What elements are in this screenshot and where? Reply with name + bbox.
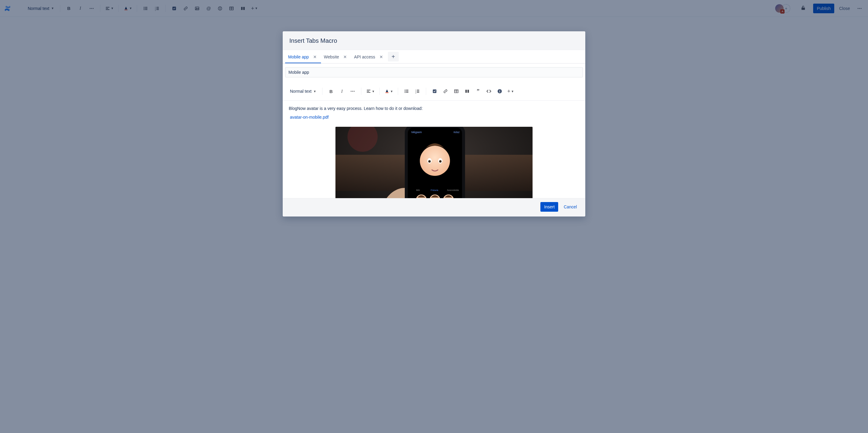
svg-rect-43 <box>406 92 408 93</box>
bold-button[interactable]: B <box>326 87 336 96</box>
action-item-button[interactable] <box>430 87 439 96</box>
svg-rect-34 <box>367 90 370 90</box>
close-tab-icon[interactable]: ✕ <box>312 54 318 60</box>
svg-rect-52 <box>465 90 467 93</box>
svg-point-38 <box>405 90 406 91</box>
insert-button[interactable]: Insert <box>540 202 558 212</box>
svg-rect-55 <box>499 91 500 93</box>
svg-text:Mégsem: Mégsem <box>411 131 422 134</box>
close-tab-icon[interactable]: ✕ <box>342 54 348 60</box>
svg-point-39 <box>405 91 406 92</box>
add-tab-button[interactable]: + <box>388 52 399 61</box>
svg-point-67 <box>428 160 431 163</box>
svg-rect-35 <box>367 91 369 92</box>
numbered-list-button[interactable]: 123 <box>412 87 422 96</box>
chevron-down-icon: ▼ <box>390 90 393 93</box>
tab-mobile-app[interactable]: Mobile app ✕ <box>285 51 321 63</box>
svg-rect-36 <box>367 92 370 93</box>
tab-api-access[interactable]: API access ✕ <box>351 51 387 63</box>
svg-rect-53 <box>467 90 469 93</box>
tab-content-editor[interactable]: BlogNow avatar is a very easy process. L… <box>283 101 585 198</box>
svg-point-31 <box>351 91 352 92</box>
svg-rect-49 <box>417 92 419 93</box>
separator <box>379 88 380 95</box>
tabs-strip: Mobile app ✕ Website ✕ API access ✕ + <box>283 50 585 64</box>
dialog-header: Insert Tabs Macro <box>283 31 585 50</box>
more-formatting-button[interactable] <box>348 87 358 96</box>
embedded-image[interactable]: Mégsem Kész Bőr Frizura Szemöldök <box>336 127 532 198</box>
svg-point-40 <box>405 92 406 93</box>
tab-label: API access <box>354 55 375 59</box>
chevron-down-icon: ▼ <box>313 90 316 93</box>
svg-rect-42 <box>406 91 408 92</box>
chevron-down-icon: ▼ <box>511 90 514 93</box>
svg-text:Szemöldök: Szemöldök <box>447 189 459 192</box>
svg-text:Bőr: Bőr <box>416 189 420 192</box>
tab-website[interactable]: Website ✕ <box>321 51 351 63</box>
tab-content-toolbar: Normal text ▼ B I ▼ ▼ 123 <box>283 82 585 101</box>
cancel-button[interactable]: Cancel <box>561 203 580 211</box>
quote-button[interactable]: ” <box>473 87 483 96</box>
svg-point-56 <box>499 90 500 91</box>
bullet-list-button[interactable] <box>402 87 411 96</box>
info-panel-button[interactable] <box>495 87 504 96</box>
svg-rect-47 <box>417 90 419 90</box>
align-button[interactable]: ▼ <box>365 87 376 96</box>
svg-text:Frizura: Frizura <box>431 189 438 192</box>
svg-rect-48 <box>417 91 419 92</box>
text-style-select[interactable]: Normal text ▼ <box>287 87 318 95</box>
svg-rect-41 <box>406 90 408 90</box>
code-button[interactable] <box>484 87 494 96</box>
separator <box>398 88 398 95</box>
separator <box>426 88 426 95</box>
tab-label: Mobile app <box>288 55 309 59</box>
link-button[interactable] <box>441 87 450 96</box>
svg-text:Kész: Kész <box>454 131 460 134</box>
insert-button[interactable]: + ▼ <box>506 87 516 96</box>
svg-point-33 <box>354 91 355 92</box>
table-button[interactable] <box>452 87 461 96</box>
separator <box>322 88 322 95</box>
chevron-down-icon: ▼ <box>372 90 375 93</box>
insert-tabs-macro-dialog: Insert Tabs Macro Mobile app ✕ Website ✕… <box>283 31 585 216</box>
svg-point-32 <box>352 91 353 92</box>
text-style-label: Normal text <box>290 89 312 94</box>
text-color-button[interactable]: ▼ <box>383 87 394 96</box>
dialog-title: Insert Tabs Macro <box>289 37 579 44</box>
svg-rect-37 <box>385 93 389 93</box>
body-paragraph: BlogNow avatar is a very easy process. L… <box>289 105 579 112</box>
svg-text:3: 3 <box>415 92 416 94</box>
layouts-button[interactable] <box>462 87 472 96</box>
tab-name-input[interactable] <box>285 67 583 77</box>
tab-label: Website <box>324 55 339 59</box>
attachment-link[interactable]: avatar-on-mobile.pdf <box>290 115 329 120</box>
dialog-footer: Insert Cancel <box>283 198 585 216</box>
svg-point-68 <box>439 160 441 163</box>
italic-button[interactable]: I <box>337 87 347 96</box>
close-tab-icon[interactable]: ✕ <box>378 54 384 60</box>
